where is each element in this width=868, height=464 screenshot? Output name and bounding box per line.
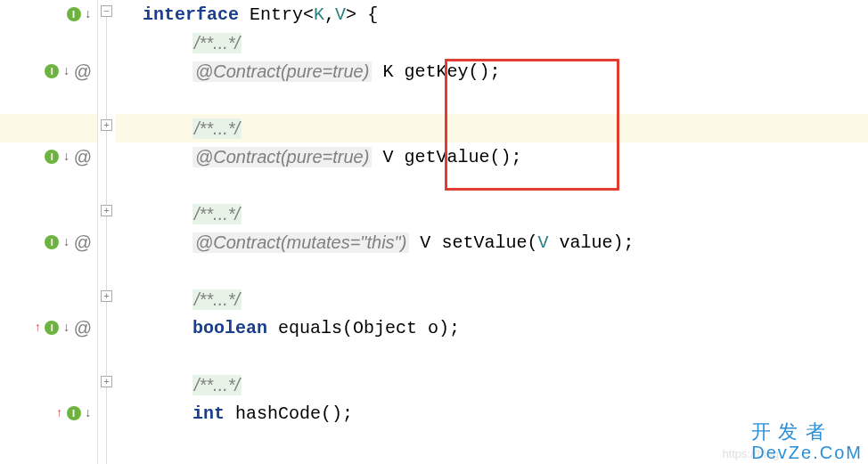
keyword: boolean [192, 318, 267, 338]
keyword: interface [143, 4, 239, 25]
gutter-row: ↓ @ [0, 57, 97, 85]
type-param: K [314, 4, 324, 25]
folded-javadoc[interactable]: /**...*/ [192, 118, 242, 139]
implementation-icon[interactable] [45, 150, 59, 164]
code-line: interface Entry<K,V> { [143, 0, 868, 28]
implementation-icon[interactable] [67, 7, 81, 21]
implementation-icon[interactable] [45, 235, 59, 249]
code-line: /**...*/ [143, 370, 868, 399]
annotation-icon[interactable]: @ [74, 318, 92, 338]
gutter-row: ↑ ↓ @ [0, 313, 97, 342]
folded-javadoc[interactable]: /**...*/ [192, 204, 242, 224]
folded-javadoc[interactable]: /**...*/ [192, 375, 242, 395]
override-down-icon[interactable]: ↓ [85, 406, 92, 420]
code-line: @Contract(mutates="this") V setValue(V v… [143, 228, 868, 256]
gutter-row: ↓ @ [0, 142, 97, 171]
fold-plus-icon[interactable]: + [101, 376, 112, 387]
contract-annotation: @Contract(pure=true) [192, 61, 372, 82]
annotation-icon[interactable]: @ [74, 147, 92, 167]
method-name: hashCode(); [225, 403, 353, 424]
gutter-row: ↑ ↓ [0, 399, 97, 427]
override-down-icon[interactable]: ↓ [62, 235, 70, 249]
code-area[interactable]: interface Entry<K,V> { /**...*/ @Contrac… [116, 0, 868, 464]
code-editor: ↓ ↓ @ ↓ @ ↓ @ ↑ ↓ @ [0, 0, 868, 464]
override-down-icon[interactable]: ↓ [62, 150, 70, 164]
override-down-icon[interactable]: ↓ [62, 64, 70, 78]
gutter-row: ↓ [0, 0, 97, 28]
code-line: /**...*/ [143, 285, 868, 313]
annotation-icon[interactable]: @ [74, 232, 92, 253]
implementation-icon[interactable] [67, 406, 81, 420]
contract-annotation: @Contract(pure=true) [192, 147, 372, 167]
override-down-icon[interactable]: ↓ [62, 321, 70, 335]
method-name: getKey(); [404, 61, 500, 82]
fold-minus-icon[interactable]: − [101, 5, 112, 17]
annotation-icon[interactable]: @ [74, 61, 92, 82]
fold-plus-icon[interactable]: + [101, 119, 112, 131]
fold-plus-icon[interactable]: + [101, 205, 112, 216]
code-line: @Contract(pure=true) K getKey(); [143, 57, 868, 85]
contract-annotation: @Contract(mutates="this") [192, 232, 409, 253]
override-down-icon[interactable]: ↓ [85, 7, 92, 21]
implementation-icon[interactable] [45, 321, 59, 335]
code-line: /**...*/ [143, 199, 868, 228]
method-name: getValue() [404, 147, 511, 167]
keyword: int [192, 403, 225, 424]
folded-javadoc[interactable]: /**...*/ [192, 289, 242, 310]
type-param: V [335, 4, 346, 25]
method-name: setValue( [441, 232, 537, 253]
method-name: equals(Object o); [267, 318, 460, 338]
watermark-devze: 开 发 者 DevZe.CoM [751, 421, 863, 462]
code-line: /**...*/ [143, 28, 868, 57]
folded-javadoc[interactable]: /**...*/ [192, 33, 242, 53]
gutter-row: ↓ @ [0, 228, 97, 256]
class-name: Entry [239, 4, 303, 25]
override-up-icon[interactable]: ↑ [34, 321, 41, 335]
code-line: @Contract(pure=true) V getValue(); [143, 142, 868, 171]
fold-plus-icon[interactable]: + [101, 290, 112, 302]
override-up-icon[interactable]: ↑ [55, 406, 62, 420]
implementation-icon[interactable] [45, 64, 59, 78]
gutter: ↓ ↓ @ ↓ @ ↓ @ ↑ ↓ @ [0, 0, 98, 464]
fold-column: − + + + + [98, 0, 116, 464]
code-line-highlighted: /**...*/ [116, 114, 868, 142]
code-line: boolean equals(Object o); [143, 313, 868, 342]
